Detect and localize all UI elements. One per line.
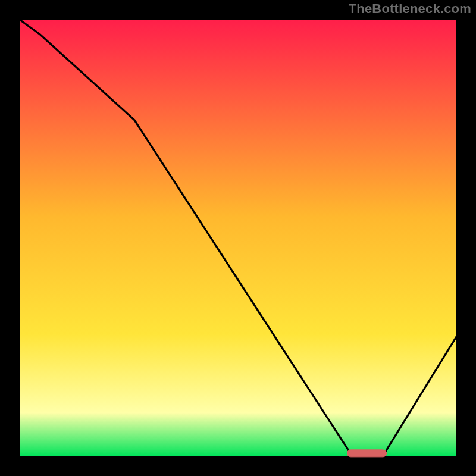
optimal-marker — [347, 450, 387, 457]
plot-area — [20, 20, 456, 456]
watermark-text: TheBottleneck.com — [349, 1, 471, 17]
chart-frame: TheBottleneck.com — [0, 0, 476, 476]
bottleneck-chart — [0, 0, 476, 476]
